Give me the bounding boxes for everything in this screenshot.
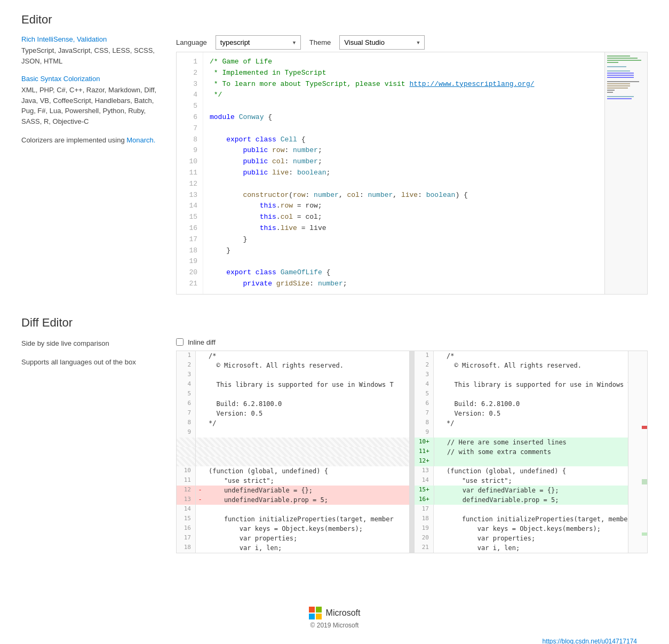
diff-line-removed: 12- undefinedVariable = {};	[177, 486, 409, 495]
diff-line: 6 Build: 6.2.8100.0	[177, 399, 409, 409]
diff-line: 18 function initializeProperties(target,…	[415, 514, 647, 524]
code-line: * To learn more about TypeScript, please…	[210, 79, 598, 90]
theme-select[interactable]: Visual Studio Visual Studio Dark High Co…	[339, 35, 425, 50]
diff-line: 11 "use strict";	[177, 476, 409, 486]
diff-line-added: 16+ definedVariable.prop = 5;	[415, 495, 647, 505]
diff-left-pane: 1/* 2 © Microsoft. All rights reserved. …	[177, 351, 409, 553]
language-select-wrapper[interactable]: typescript javascript css	[216, 35, 301, 50]
colorizer-note: Colorizers are implemented using Monarch…	[21, 135, 160, 146]
diff-line-added: 10+// Here are some inserted lines	[415, 438, 647, 447]
diff-line: 16 var keys = Object.keys(members);	[177, 524, 409, 534]
code-line: public row: number;	[210, 145, 598, 156]
editor-section: Editor Rich IntelliSense, Validation Typ…	[21, 13, 648, 295]
microsoft-logo	[309, 607, 322, 619]
diff-editor-title: Diff Editor	[21, 316, 648, 330]
diff-right-minimap	[628, 351, 647, 553]
diff-separator	[409, 351, 415, 553]
diff-line: 14 "use strict";	[415, 476, 647, 486]
diff-editor-section: Diff Editor Side by side live comparison…	[21, 316, 648, 553]
code-line: * Implemented in TypeScript	[210, 68, 598, 79]
footer-link[interactable]: https://blog.csdn.net/u014717174	[543, 638, 637, 644]
editor-title: Editor	[21, 13, 648, 27]
diff-line: 8*/	[177, 418, 409, 428]
code-line: /* Game of Life	[210, 57, 598, 68]
language-select[interactable]: typescript javascript css	[216, 35, 301, 50]
editor-left-col: Rich IntelliSense, Validation TypeScript…	[21, 35, 171, 154]
feature-colorization: Basic Syntax Colorization XML, PHP, C#, …	[21, 75, 160, 126]
diff-line: 1/*	[415, 351, 647, 361]
feature-colorization-title: Basic Syntax Colorization	[21, 75, 160, 83]
diff-line: 17	[415, 505, 647, 514]
diff-line: 20 var properties;	[415, 534, 647, 543]
code-line: this.live = live	[210, 223, 598, 234]
code-line: export class Cell {	[210, 134, 598, 146]
diff-line-added: 12+	[415, 457, 647, 466]
code-line	[210, 179, 598, 190]
footer: Microsoft © 2019 Microsoft https://blog.…	[21, 585, 648, 644]
code-line: constructor(row: number, col: number, li…	[210, 190, 598, 201]
feature-colorization-desc: XML, PHP, C#, C++, Razor, Markdown, Diff…	[21, 85, 160, 126]
code-line: }	[210, 245, 598, 257]
diff-editors: 1/* 2 © Microsoft. All rights reserved. …	[176, 351, 648, 553]
language-label: Language	[176, 38, 207, 46]
code-line: */	[210, 90, 598, 101]
diff-line: 4 This library is supported for use in W…	[177, 380, 409, 389]
minimap	[604, 52, 647, 294]
inline-diff-checkbox[interactable]	[176, 338, 184, 346]
theme-select-wrapper[interactable]: Visual Studio Visual Studio Dark High Co…	[339, 35, 425, 50]
code-line	[210, 123, 598, 134]
diff-line-added: 11+// with some extra comments	[415, 447, 647, 457]
diff-line: 3	[177, 370, 409, 380]
diff-line: 15 function initializeProperties(target,…	[177, 514, 409, 524]
logo-red	[309, 607, 315, 613]
feature-intellisense-desc: TypeScript, JavaScript, CSS, LESS, SCSS,…	[21, 45, 160, 66]
diff-line: 8*/	[415, 418, 647, 428]
footer-brand-name: Microsoft	[326, 608, 361, 618]
diff-line: 1/*	[177, 351, 409, 361]
editor-right-col: Language typescript javascript css Theme…	[176, 35, 648, 295]
code-content: /* Game of Life * Implemented in TypeScr…	[203, 52, 604, 294]
diff-line-removed: 13- undefinedVariable.prop = 5;	[177, 495, 409, 505]
feature-intellisense-title: Rich IntelliSense, Validation	[21, 35, 160, 43]
code-editor: 12345 678910 1112131415 1617181920 21 /*…	[176, 52, 648, 295]
diff-line: 2 © Microsoft. All rights reserved.	[415, 361, 647, 370]
logo-green	[316, 607, 322, 613]
diff-line: 9	[177, 428, 409, 438]
footer-logo: Microsoft	[21, 607, 648, 619]
footer-copyright: © 2019 Microsoft	[21, 622, 648, 629]
line-numbers: 12345 678910 1112131415 1617181920 21	[177, 52, 203, 294]
code-line: this.col = col;	[210, 212, 598, 223]
diff-line: 9	[415, 428, 647, 438]
diff-line: 18 var i, len;	[177, 543, 409, 553]
code-line	[210, 101, 598, 112]
diff-line: 13(function (global, undefined) {	[415, 466, 647, 476]
diff-line: 17 var properties;	[177, 534, 409, 543]
diff-line-empty	[177, 447, 409, 457]
logo-yellow	[316, 614, 322, 619]
code-line	[210, 256, 598, 267]
diff-line: 5	[415, 389, 647, 399]
code-line: }	[210, 234, 598, 245]
code-line: export class GameOfLife {	[210, 267, 598, 279]
inline-diff-label: Inline diff	[188, 338, 216, 346]
diff-line: 14	[177, 505, 409, 514]
monarch-link[interactable]: Monarch.	[126, 136, 155, 144]
diff-feature-1: Side by side live comparison	[21, 338, 160, 349]
diff-controls: Inline diff	[176, 338, 648, 346]
feature-intellisense: Rich IntelliSense, Validation TypeScript…	[21, 35, 160, 66]
diff-line: 6 Build: 6.2.8100.0	[415, 399, 647, 409]
diff-line: 4 This library is supported for use in W…	[415, 380, 647, 389]
diff-line-empty	[177, 457, 409, 466]
diff-line: 10(function (global, undefined) {	[177, 466, 409, 476]
diff-line: 5	[177, 389, 409, 399]
diff-line: 21 var i, len;	[415, 543, 647, 553]
code-line: module Conway {	[210, 112, 598, 123]
diff-feature-2: Supports all languages out of the box	[21, 357, 160, 368]
editor-toolbar: Language typescript javascript css Theme…	[176, 35, 648, 50]
diff-line: 19 var keys = Object.keys(members);	[415, 524, 647, 534]
diff-line-added: 15+ var definedVariable = {};	[415, 486, 647, 495]
diff-line: 2 © Microsoft. All rights reserved.	[177, 361, 409, 370]
logo-blue	[309, 614, 315, 619]
code-line: public col: number;	[210, 156, 598, 168]
diff-line-empty	[177, 438, 409, 447]
